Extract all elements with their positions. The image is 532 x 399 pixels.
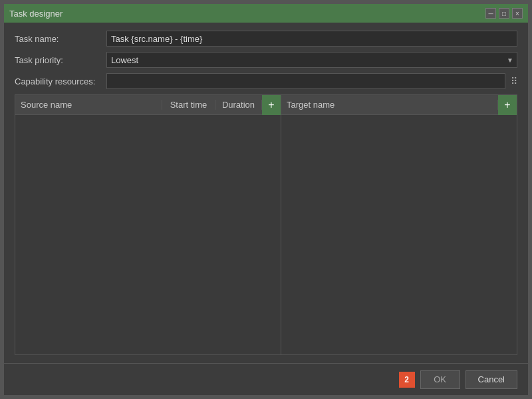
add-source-button[interactable]: + [262,95,281,115]
task-priority-select[interactable]: Lowest Low Normal High Highest [106,52,517,68]
grid-icon[interactable]: ⠿ [511,76,517,86]
source-table-body [15,115,281,354]
title-bar-buttons: ─ □ × [485,8,523,19]
target-name-column-header: Target name [281,100,498,110]
error-badge: 2 [399,372,415,388]
restore-button[interactable]: □ [499,8,509,19]
task-name-input[interactable] [106,31,517,47]
source-header: Source name Start time Duration + [15,95,281,115]
start-time-column-header: Start time [162,100,215,110]
target-panel: Target name + [281,95,517,354]
capability-input[interactable] [106,73,505,89]
source-panel: Source name Start time Duration + [15,95,281,354]
task-designer-dialog: Task designer ─ □ × Task name: Task prio… [3,3,529,396]
dialog-title: Task designer [9,9,63,19]
source-name-column-header: Source name [15,100,162,110]
task-priority-select-wrapper: Lowest Low Normal High Highest ▼ [106,52,517,68]
task-priority-row: Task priority: Lowest Low Normal High Hi… [15,52,517,68]
capability-row: Capability resources: ⠿ [15,73,517,89]
cancel-button[interactable]: Cancel [466,370,517,389]
capability-label: Capability resources: [15,76,101,86]
dialog-content: Task name: Task priority: Lowest Low Nor… [4,23,528,363]
task-name-label: Task name: [15,34,101,44]
title-bar: Task designer ─ □ × [4,4,528,23]
dialog-footer: 2 OK Cancel [4,363,528,395]
minimize-button[interactable]: ─ [485,8,496,19]
target-table-body [281,115,517,354]
add-target-button[interactable]: + [498,95,517,115]
ok-button[interactable]: OK [420,370,460,389]
target-header: Target name + [281,95,517,115]
task-name-row: Task name: [15,31,517,47]
sources-targets-table: Source name Start time Duration + Target… [15,94,517,355]
close-button[interactable]: × [512,8,523,19]
task-priority-label: Task priority: [15,55,101,65]
duration-column-header: Duration [215,100,262,110]
